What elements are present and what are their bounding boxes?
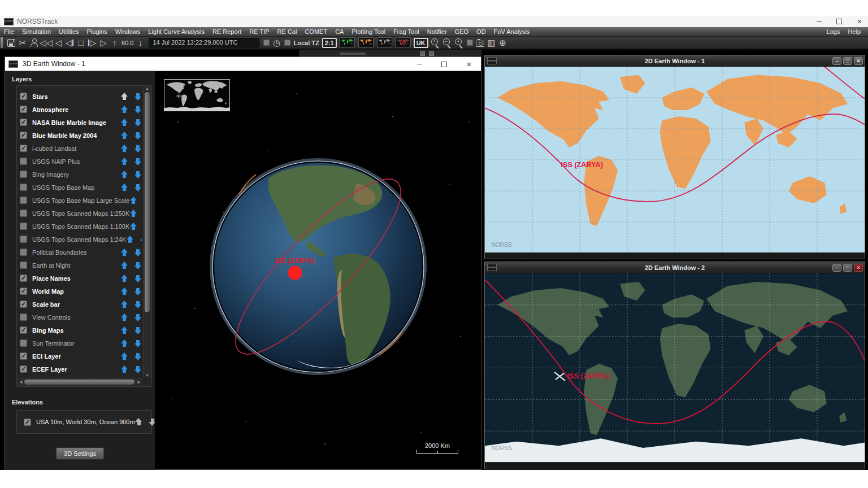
map-gray-button[interactable] xyxy=(377,37,392,48)
layer-move-up-button[interactable] xyxy=(120,132,128,140)
layer-move-up-button[interactable] xyxy=(126,236,134,243)
layer-move-down-button[interactable] xyxy=(134,352,142,360)
elevation-checkbox[interactable]: ✓ xyxy=(24,419,31,426)
2d-window-2-titlebar[interactable]: NORSS 2D Earth Window - 2 – □ ✕ xyxy=(485,262,865,273)
layer-checkbox-ecef-layer[interactable]: ✓ xyxy=(20,365,27,373)
layer-checkbox-usgs-topo-scanned-maps-1-24k[interactable] xyxy=(20,236,27,243)
zoom-region-button[interactable] xyxy=(453,37,465,49)
stopwatch-icon[interactable]: ◷ xyxy=(271,37,283,49)
time-checkbox[interactable] xyxy=(263,40,270,46)
menu-item-od[interactable]: OD xyxy=(472,27,490,37)
layer-move-up-button[interactable] xyxy=(129,223,137,230)
layer-checkbox-place-names[interactable]: ✓ xyxy=(20,274,27,282)
layer-move-up-button[interactable] xyxy=(120,274,128,282)
layer-checkbox-nasa-blue-marble-image[interactable]: ✓ xyxy=(20,119,27,126)
layer-move-down-button[interactable] xyxy=(134,171,142,178)
layer-move-down-button[interactable] xyxy=(134,339,142,347)
time-field[interactable]: 14 Jul 2022 13:22:29.000 UTC xyxy=(149,38,259,47)
layer-move-up-button[interactable] xyxy=(120,287,128,295)
speed-up-button[interactable]: ↑ xyxy=(109,37,120,49)
2d1-close-button[interactable]: ✕ xyxy=(854,57,863,65)
film-button[interactable]: ▥ xyxy=(486,37,497,49)
scroll-left-icon[interactable]: ◄ xyxy=(19,380,23,385)
cut-button[interactable]: ✂ xyxy=(17,37,28,49)
elevation-up-button[interactable] xyxy=(135,418,143,426)
layer-checkbox-stars[interactable]: ✓ xyxy=(20,93,27,100)
layer-move-up-button[interactable] xyxy=(120,365,128,373)
overview-minimap[interactable] xyxy=(164,79,230,111)
map-disabled-button[interactable] xyxy=(396,37,411,48)
layer-move-down-button[interactable] xyxy=(134,300,142,308)
step-forward-button[interactable]: ▷ xyxy=(86,37,98,49)
2d1-maximize-button[interactable]: □ xyxy=(843,57,852,65)
2d-map-1[interactable]: ISS (ZARYA) NORSS xyxy=(485,67,865,253)
layer-move-up-button[interactable] xyxy=(120,262,128,269)
layer-checkbox-i-cubed-landsat[interactable]: ✓ xyxy=(20,145,27,152)
2d1-minimize-button[interactable]: – xyxy=(832,57,841,65)
layer-checkbox-world-map[interactable]: ✓ xyxy=(20,287,27,295)
layers-vertical-scrollbar[interactable]: ▲ ▼ xyxy=(143,86,151,377)
zoom-in-button[interactable] xyxy=(429,37,441,49)
zoom-out-button[interactable] xyxy=(441,37,453,49)
layer-move-down-button[interactable] xyxy=(134,184,142,191)
layer-move-up-button[interactable] xyxy=(129,210,137,217)
layer-checkbox-sun-terminator[interactable] xyxy=(20,339,27,347)
menu-item-light-curve-analysis[interactable]: Light Curve Analysis xyxy=(144,27,209,37)
menu-item-ca[interactable]: CA xyxy=(331,27,348,37)
menu-item-plugins[interactable]: Plugins xyxy=(83,27,111,37)
tz-checkbox[interactable] xyxy=(284,40,290,46)
layer-checkbox-blue-marble-may-2004[interactable]: ✓ xyxy=(20,132,27,139)
globe-canvas[interactable]: ISS (ZARYA) xyxy=(155,71,481,469)
scroll-down-icon[interactable]: ▼ xyxy=(144,373,151,377)
scrollbar-thumb[interactable] xyxy=(145,92,150,312)
layer-move-down-button[interactable] xyxy=(134,132,142,140)
layer-checkbox-bing-imagery[interactable] xyxy=(20,171,27,178)
3d-earth-view[interactable]: ISS (ZARYA) 2000 Km xyxy=(155,71,481,469)
play-button[interactable]: ▷ xyxy=(98,37,109,49)
layer-move-down-button[interactable] xyxy=(134,365,142,373)
play-reverse-button[interactable]: ◁ xyxy=(53,37,64,49)
menu-item-re-cal[interactable]: RE Cal xyxy=(274,27,301,37)
layer-move-up-button[interactable] xyxy=(120,326,128,334)
menu-item-logs[interactable]: Logs xyxy=(823,27,844,37)
layer-checkbox-bing-maps[interactable]: ✓ xyxy=(20,326,27,334)
layer-move-down-button[interactable] xyxy=(134,274,142,282)
uk-button[interactable]: UK xyxy=(414,38,428,48)
layer-move-up-button[interactable] xyxy=(120,339,128,347)
ratio-2-1-button[interactable]: 2:1 xyxy=(322,38,337,48)
3d-maximize-button[interactable] xyxy=(440,60,448,68)
layer-checkbox-usgs-topo-base-map-large-scale[interactable] xyxy=(20,197,27,204)
2d-map-2[interactable]: ISS (ZARYA) NORSS xyxy=(485,273,865,463)
menu-item-re-tip[interactable]: RE TIP xyxy=(245,27,273,37)
speed-down-button[interactable]: ↓ xyxy=(135,37,146,49)
layer-move-up-button[interactable] xyxy=(120,171,128,178)
layer-move-down-button[interactable] xyxy=(134,313,142,321)
layer-checkbox-eci-layer[interactable]: ✓ xyxy=(20,352,27,360)
menu-item-fov-analysis[interactable]: FoV Analysis xyxy=(490,27,534,37)
menu-item-utilities[interactable]: Utilities xyxy=(55,27,83,37)
restore-button[interactable] xyxy=(835,18,843,25)
close-button[interactable] xyxy=(856,18,863,25)
3d-settings-button[interactable]: 3D Settings xyxy=(55,447,105,460)
scroll-right-icon[interactable]: ► xyxy=(137,380,141,385)
save-button[interactable] xyxy=(6,37,17,49)
layer-checkbox-political-boundaries[interactable] xyxy=(20,249,27,256)
layers-horizontal-scrollbar[interactable]: ◄ ► xyxy=(18,378,142,386)
layer-move-up-button[interactable] xyxy=(120,158,128,165)
user-button[interactable] xyxy=(28,37,40,49)
layer-move-up-button[interactable] xyxy=(129,197,137,204)
layer-checkbox-usgs-topo-scanned-maps-1-250k[interactable] xyxy=(20,210,27,217)
map-green-button[interactable] xyxy=(340,37,355,48)
snapshot-button[interactable] xyxy=(475,37,486,49)
layer-move-up-button[interactable] xyxy=(120,249,128,256)
menu-item-simulation[interactable]: Simulation xyxy=(18,27,55,37)
hidden-window-button[interactable] xyxy=(429,51,434,56)
menu-item-re-report[interactable]: RE Report xyxy=(209,27,245,37)
layer-checkbox-usgs-topo-base-map[interactable] xyxy=(20,184,27,191)
layer-move-down-button[interactable] xyxy=(134,93,142,101)
3d-window-titlebar[interactable]: NORSS 3D Earth Window - 1 xyxy=(5,57,481,71)
menu-item-windows[interactable]: Windows xyxy=(111,27,145,37)
3d-close-button[interactable] xyxy=(465,60,473,68)
layer-checkbox-atmosphere[interactable]: ✓ xyxy=(20,106,27,113)
layer-move-up-button[interactable] xyxy=(120,184,128,191)
